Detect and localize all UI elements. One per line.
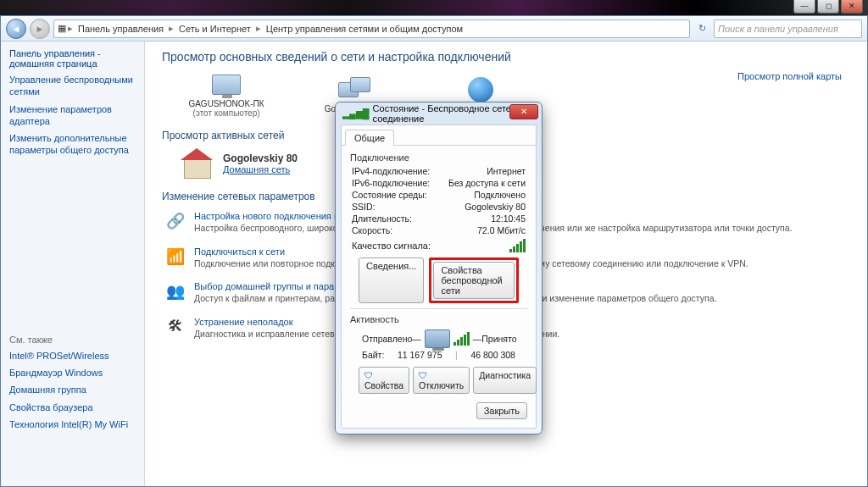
arrow-icon: — — [473, 334, 482, 344]
shield-icon: 🛡 — [419, 370, 428, 380]
row-k: IPv4-подключение: — [352, 166, 430, 176]
dialog-titlebar[interactable]: ▂▄▆█ Состояние - Беспроводное сетевое со… — [336, 102, 542, 125]
group-connection: Подключение — [350, 152, 527, 163]
sidebar-also-browser[interactable]: Свойства браузера — [9, 401, 136, 413]
shield-icon: 🛡 — [364, 370, 374, 380]
sidebar-also-mywifi[interactable]: Технология Intel(R) My WiFi — [9, 418, 136, 430]
bytes-sent: 11 167 975 — [398, 350, 442, 360]
globe-icon — [468, 77, 493, 102]
signal-icon: ▂▄▆█ — [342, 108, 370, 119]
refresh-icon[interactable]: ↻ — [693, 23, 710, 34]
signal-bars-icon — [453, 332, 470, 346]
breadcrumb-seg[interactable]: Панель управления — [75, 24, 167, 34]
sidebar-link-adapter[interactable]: Изменение параметров адаптера — [9, 103, 136, 128]
row-k: Скорость: — [352, 225, 392, 235]
minimize-button[interactable]: — — [793, 0, 815, 14]
row-v: 72.0 Мбит/с — [477, 225, 526, 235]
breadcrumb[interactable]: ▦ ▸ Панель управления ▸ Сеть и Интернет … — [53, 19, 690, 38]
window-controls: — ◻ ✕ — [793, 0, 863, 14]
dialog-close-button[interactable]: ✕ — [509, 104, 538, 119]
disable-button[interactable]: 🛡Отключить — [413, 367, 470, 394]
status-dialog: ▂▄▆█ Состояние - Беспроводное сетевое со… — [335, 102, 542, 434]
diagnose-button[interactable]: Диагностика — [473, 367, 537, 394]
close-dialog-button[interactable]: Закрыть — [476, 402, 527, 419]
back-button[interactable]: ◄ — [6, 19, 26, 39]
connection-icon: 🔗 — [165, 211, 186, 231]
row-k: Длительность: — [352, 213, 412, 224]
breadcrumb-seg[interactable]: Сеть и Интернет — [175, 24, 254, 34]
highlight-box: Свойства беспроводной сети — [429, 257, 519, 303]
sidebar: Панель управления - домашняя страница Уп… — [1, 42, 145, 486]
troubleshoot-icon: 🛠 — [165, 317, 186, 337]
arrow-icon: — — [412, 334, 421, 344]
separator — [350, 308, 527, 309]
group-activity: Активность — [350, 314, 527, 324]
sidebar-also-proset[interactable]: Intel® PROSet/Wireless — [9, 350, 136, 362]
sidebar-also-firewall[interactable]: Брандмауэр Windows — [9, 367, 136, 379]
active-network-type[interactable]: Домашняя сеть — [223, 164, 290, 174]
sidebar-link-sharing[interactable]: Изменить дополнительные параметры общего… — [9, 132, 136, 157]
maximize-button[interactable]: ◻ — [817, 0, 839, 14]
node-this-pc: GAGUSHONOK-ПК (этот компьютер) — [184, 72, 269, 118]
row-k: IPv6-подключение: — [352, 178, 430, 188]
row-v: Интернет — [487, 166, 526, 176]
row-v: Без доступа к сети — [448, 178, 526, 188]
row-k: SSID: — [352, 202, 375, 212]
page-title: Просмотр основных сведений о сети и наст… — [162, 50, 850, 64]
row-v: Подключено — [474, 190, 526, 200]
sidebar-link-wireless[interactable]: Управление беспроводными сетями — [9, 74, 136, 98]
tab-general[interactable]: Общие — [345, 130, 394, 146]
sidebar-home[interactable]: Панель управления - домашняя страница — [9, 48, 136, 69]
details-button[interactable]: Сведения... — [359, 257, 424, 303]
computer-icon — [212, 75, 241, 95]
row-k: Состояние среды: — [352, 190, 427, 200]
dialog-tabs: Общие — [342, 125, 536, 146]
bytes-recv: 46 800 308 — [470, 350, 515, 360]
computer-icon — [425, 329, 450, 348]
breadcrumb-seg[interactable]: Центр управления сетями и общим доступом — [263, 24, 466, 34]
signal-bars-icon — [509, 239, 526, 252]
signal-label: Качество сигнала: — [352, 241, 431, 251]
house-icon — [179, 148, 214, 179]
recv-label: Принято — [481, 334, 516, 344]
sent-label: Отправлено — [362, 334, 412, 344]
wireless-properties-button[interactable]: Свойства беспроводной сети — [433, 262, 515, 299]
close-button[interactable]: ✕ — [841, 0, 863, 14]
connect-icon: 📶 — [165, 246, 186, 267]
sidebar-also-homegroup[interactable]: Домашняя группа — [9, 384, 136, 396]
row-v: 12:10:45 — [491, 213, 526, 224]
search-input[interactable]: Поиск в панели управления — [714, 19, 862, 38]
see-also-label: См. также — [9, 335, 136, 345]
address-bar: ◄ ► ▦ ▸ Панель управления ▸ Сеть и Интер… — [1, 16, 867, 42]
bytes-label: Байт: — [362, 350, 384, 360]
full-map-link[interactable]: Просмотр полной карты — [737, 71, 842, 81]
row-v: Gogolevskiy 80 — [465, 202, 526, 212]
network-icon — [338, 77, 369, 102]
task-link[interactable]: Подключиться к сети — [194, 246, 285, 257]
forward-button[interactable]: ► — [30, 19, 50, 39]
task-link[interactable]: Устранение неполадок — [194, 317, 293, 327]
active-network-name: Gogolevskiy 80 — [223, 152, 298, 164]
homegroup-icon: 👥 — [165, 281, 186, 302]
control-panel-icon: ▦ — [58, 23, 66, 34]
properties-button[interactable]: 🛡Свойства — [359, 367, 409, 394]
